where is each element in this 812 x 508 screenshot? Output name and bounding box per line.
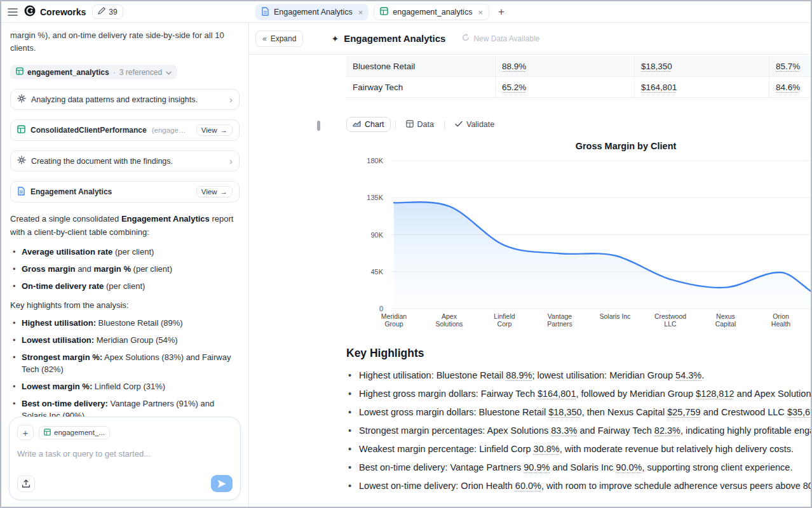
chart-title: Gross Margin by Client: [346, 141, 811, 151]
cell-value-link[interactable]: 85.7%: [776, 62, 800, 71]
tab-validate[interactable]: Validate: [449, 117, 500, 131]
task-input[interactable]: Write a task or query to get started...: [17, 449, 233, 458]
expand-label: Expand: [271, 34, 297, 43]
chevron-down-icon: [166, 67, 172, 77]
document-icon: [17, 187, 25, 197]
close-icon[interactable]: ×: [478, 8, 483, 17]
tab-label: Engagement Analytics: [274, 8, 353, 17]
document-body: Bluestone Retail 88.9% $18,350 85.7% Fai…: [249, 56, 811, 495]
citation-link[interactable]: 82.3%: [654, 425, 680, 436]
citation-link[interactable]: $35,690: [787, 407, 811, 417]
credits-count: 39: [109, 8, 117, 17]
table-icon: [44, 429, 51, 437]
cell-value-link[interactable]: 65.2%: [502, 83, 526, 92]
step-card-analyzing[interactable]: Analyzing data patterns and extracting i…: [10, 89, 240, 110]
expand-button[interactable]: « Expand: [255, 30, 303, 47]
brand: Coreworks: [24, 5, 86, 18]
gear-icon: [17, 94, 26, 105]
table-icon: [17, 125, 25, 135]
highlight-item: Best on-time delivery: Vantage Partners …: [346, 458, 811, 477]
citation-link[interactable]: $164,801: [538, 389, 576, 399]
svg-text:Solaris Inc: Solaris Inc: [599, 312, 630, 320]
list-item: Gross margin and margin % (per client): [10, 263, 240, 275]
summary-paragraph: Created a single consolidated Engagement…: [10, 212, 240, 239]
artifact-name: ConsolidatedClientPerformance: [30, 126, 147, 135]
step-card-creating[interactable]: Creating the document with the findings.…: [10, 150, 240, 171]
svg-text:0: 0: [379, 305, 383, 312]
coreworks-logo-icon: [24, 5, 36, 18]
svg-text:MeridianGroup: MeridianGroup: [381, 312, 407, 328]
view-button[interactable]: View →: [196, 124, 233, 136]
credits-badge[interactable]: 39: [92, 4, 123, 19]
new-data-available[interactable]: New Data Available: [462, 34, 539, 43]
cell-value-link[interactable]: 88.9%: [502, 62, 526, 71]
svg-text:180K: 180K: [367, 157, 383, 164]
app-window: Coreworks 39 Engagement Analytics ×: [0, 0, 812, 508]
tab-engagement-analytics-doc[interactable]: Engagement Analytics ×: [255, 4, 369, 20]
upload-button[interactable]: [17, 476, 35, 492]
highlight-item: Lowest on-time delivery: Orion Health 60…: [346, 477, 811, 495]
tab-chart[interactable]: Chart: [346, 117, 391, 132]
sparkle-icon: ✦: [331, 34, 339, 44]
citation-link[interactable]: 54.3%: [675, 370, 701, 380]
tab-engagement-analytics-table[interactable]: engagement_analytics ×: [374, 4, 489, 20]
send-button[interactable]: [211, 475, 233, 492]
table-icon: [406, 120, 414, 130]
pencil-icon: [98, 7, 105, 17]
close-icon[interactable]: ×: [358, 8, 363, 17]
metric-list: Average utilisation rate (per client) Gr…: [10, 246, 240, 292]
citation-link[interactable]: 90.9%: [524, 462, 550, 472]
view-button[interactable]: View →: [196, 186, 233, 197]
cell-value-link[interactable]: $18,350: [641, 62, 672, 71]
reference-separator: ·: [113, 68, 116, 77]
svg-text:LinfieldCorp: LinfieldCorp: [494, 312, 515, 328]
citation-link[interactable]: $18,350: [548, 407, 581, 417]
highlights-label: Key highlights from the analysis:: [10, 300, 240, 310]
divider: [395, 120, 396, 130]
citation-link[interactable]: 83.3%: [551, 425, 577, 436]
document-header: « Expand ✦ Engagement Analytics New Data…: [249, 23, 811, 55]
cell-value-link[interactable]: $164,801: [641, 83, 677, 92]
new-tab-button[interactable]: +: [498, 6, 504, 18]
chart-icon: [353, 120, 361, 129]
table-row[interactable]: Bluestone Retail 88.9% $18,350 85.7%: [346, 56, 811, 77]
artifact-card-report[interactable]: Engagement Analytics View →: [10, 181, 240, 203]
citation-link[interactable]: 30.8%: [534, 444, 560, 454]
chevron-right-icon: ›: [229, 156, 233, 166]
check-icon: [455, 120, 463, 129]
reference-count: 3 referenced: [119, 68, 162, 77]
citation-link[interactable]: $128,812: [696, 389, 734, 399]
artifact-card-consolidated[interactable]: ConsolidatedClientPerformance (engagemen…: [10, 119, 240, 141]
gear-icon: [17, 156, 26, 166]
highlight-item: Highest gross margin dollars: Fairway Te…: [346, 385, 811, 403]
document-title-group: ✦ Engagement Analytics: [331, 33, 445, 44]
hamburger-menu-button[interactable]: [8, 8, 18, 17]
svg-text:CrestwoodLLC: CrestwoodLLC: [654, 312, 686, 328]
svg-text:90K: 90K: [370, 231, 383, 239]
chevron-right-icon: ›: [229, 95, 233, 104]
tab-label: Data: [417, 120, 434, 129]
gross-margin-cell: $164,801: [634, 77, 769, 97]
citation-link[interactable]: $25,759: [667, 407, 700, 417]
step-label: Creating the document with the findings.: [31, 157, 173, 166]
client-name-cell: Fairway Tech: [346, 77, 495, 97]
client-table: Bluestone Retail 88.9% $18,350 85.7% Fai…: [346, 56, 811, 98]
add-context-button[interactable]: +: [17, 425, 34, 440]
reference-chip[interactable]: engagement_analytics · 3 referenced: [10, 65, 177, 79]
client-name-cell: Bluestone Retail: [346, 56, 495, 76]
topbar: Coreworks 39 Engagement Analytics ×: [1, 1, 811, 23]
citation-link[interactable]: 90.0%: [616, 462, 642, 472]
context-chip[interactable]: engagement_...: [39, 426, 110, 439]
cell-value-link[interactable]: 84.6%: [776, 83, 800, 92]
list-item: Highest utilisation: Bluestone Retail (8…: [10, 317, 240, 329]
view-label: View: [201, 188, 217, 196]
brand-name: Coreworks: [40, 7, 86, 17]
svg-text:OrionHealth: OrionHealth: [771, 312, 791, 328]
list-item: Average utilisation rate (per client): [10, 246, 240, 258]
citation-link[interactable]: 88.9%: [506, 370, 532, 380]
tab-data[interactable]: Data: [400, 117, 440, 132]
key-highlights-title: Key Highlights: [346, 347, 811, 360]
on-time-cell: 84.6%: [769, 77, 811, 97]
table-row[interactable]: Fairway Tech 65.2% $164,801 84.6%: [346, 77, 811, 98]
citation-link[interactable]: 60.0%: [515, 481, 541, 491]
